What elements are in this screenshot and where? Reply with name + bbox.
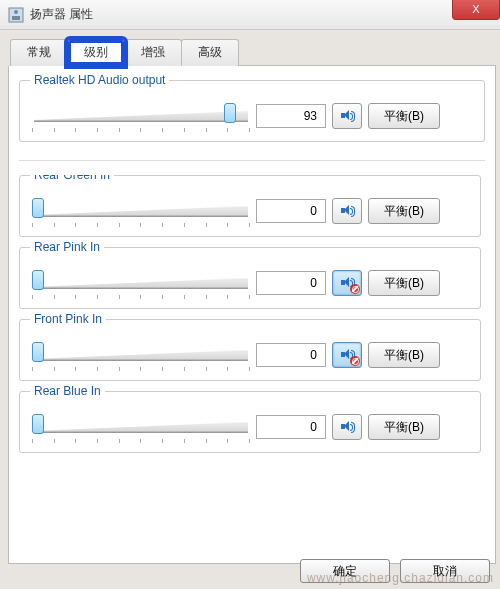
group-input: Rear Blue In 0 平衡(B) (19, 391, 481, 453)
tab-advanced[interactable]: 高级 (181, 39, 239, 66)
tab-strip: 常规 级别 增强 高级 (10, 38, 496, 66)
inputs-scroll-area[interactable]: Rear Green In 0 平衡(B) Rear Pink In (19, 175, 485, 485)
dialog-button-bar: 确定 取消 (300, 559, 490, 583)
volume-slider[interactable] (32, 272, 250, 294)
balance-button[interactable]: 平衡(B) (368, 414, 440, 440)
group-label: Front Pink In (30, 312, 106, 326)
speaker-icon (339, 108, 355, 124)
window-title: 扬声器 属性 (30, 6, 93, 23)
titlebar: 扬声器 属性 X (0, 0, 500, 30)
volume-slider-main[interactable] (32, 105, 250, 127)
volume-value[interactable]: 0 (256, 199, 326, 223)
tab-panel-levels: Realtek HD Audio output 93 平衡(B) Rear Gr… (8, 66, 496, 564)
balance-button[interactable]: 平衡(B) (368, 270, 440, 296)
mute-button[interactable] (332, 414, 362, 440)
group-input: Rear Pink In 0 平衡(B) (19, 247, 481, 309)
group-input: Front Pink In 0 平衡(B) (19, 319, 481, 381)
balance-button-main[interactable]: 平衡(B) (368, 103, 440, 129)
separator (19, 160, 485, 161)
speaker-window-icon (8, 7, 24, 23)
svg-point-2 (14, 10, 18, 14)
mute-button[interactable] (332, 270, 362, 296)
mute-button-main[interactable] (332, 103, 362, 129)
tab-levels[interactable]: 级别 (67, 39, 125, 66)
volume-slider[interactable] (32, 200, 250, 222)
mute-button[interactable] (332, 198, 362, 224)
group-main-output: Realtek HD Audio output 93 平衡(B) (19, 80, 485, 142)
speaker-icon (339, 203, 355, 219)
balance-button[interactable]: 平衡(B) (368, 198, 440, 224)
tab-enhancements[interactable]: 增强 (124, 39, 182, 66)
balance-button[interactable]: 平衡(B) (368, 342, 440, 368)
svg-rect-1 (12, 16, 20, 20)
volume-value[interactable]: 0 (256, 415, 326, 439)
volume-value-main[interactable]: 93 (256, 104, 326, 128)
volume-value[interactable]: 0 (256, 343, 326, 367)
volume-slider[interactable] (32, 344, 250, 366)
volume-value[interactable]: 0 (256, 271, 326, 295)
volume-slider[interactable] (32, 416, 250, 438)
tab-general[interactable]: 常规 (10, 39, 68, 66)
ok-button[interactable]: 确定 (300, 559, 390, 583)
muted-icon (350, 284, 360, 294)
group-label: Rear Pink In (30, 240, 104, 254)
group-label: Rear Blue In (30, 384, 105, 398)
group-label: Rear Green In (30, 175, 114, 182)
muted-icon (350, 356, 360, 366)
group-input: Rear Green In 0 平衡(B) (19, 175, 481, 237)
mute-button[interactable] (332, 342, 362, 368)
group-label: Realtek HD Audio output (30, 73, 169, 87)
cancel-button[interactable]: 取消 (400, 559, 490, 583)
speaker-icon (339, 419, 355, 435)
close-button[interactable]: X (452, 0, 500, 20)
